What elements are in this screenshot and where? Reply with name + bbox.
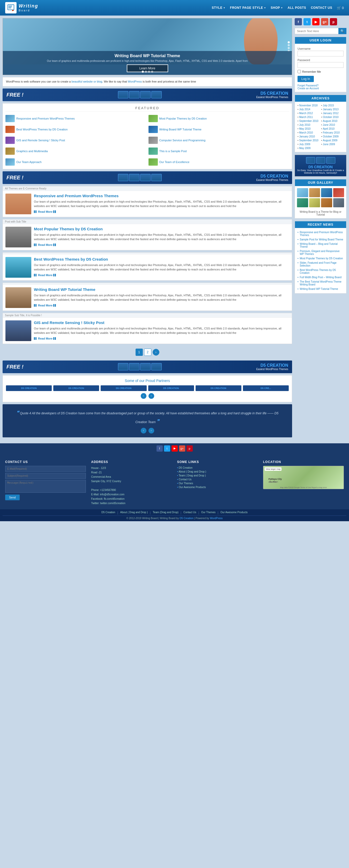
gallery-thumb-3[interactable] — [321, 188, 332, 197]
nav-contact-us[interactable]: CONTACT US — [311, 6, 332, 9]
hero-dot-1[interactable] — [288, 41, 290, 43]
footer-twitter-icon[interactable]: t — [164, 445, 170, 452]
footer-message-input[interactable] — [5, 480, 86, 493]
archive-link-17[interactable]: January 2010 — [299, 135, 315, 138]
read-more-btn-3[interactable]: Read More — [34, 274, 289, 277]
partner-logo-6[interactable]: D5 CRE... — [243, 385, 289, 391]
footer-nav-link-3[interactable]: Team (Drag and Drop) — [153, 511, 178, 515]
post-title-link-1[interactable]: Responsive and Premium WordPress Themes — [34, 193, 119, 198]
archive-link-16[interactable]: February 2010 — [323, 131, 340, 134]
pagination-next-btn[interactable]: › — [153, 349, 159, 355]
ad-banner-1[interactable]: FREE ! D5 CREATION Easiest WordPress The… — [3, 89, 292, 101]
gallery-thumb-6[interactable] — [309, 198, 320, 207]
footer-send-button[interactable]: Send — [5, 495, 20, 500]
slider-dot-1[interactable] — [142, 71, 144, 73]
partner-logo-1[interactable]: D5 CREATION — [6, 385, 52, 391]
featured-link-10[interactable]: Our Team of Excellence — [159, 160, 190, 163]
wp-link-1[interactable]: beautiful website or blog — [72, 80, 102, 83]
featured-link-2[interactable]: Most Popular Themes by D5 Creation — [159, 117, 207, 120]
post-title-1[interactable]: Responsive and Premium WordPress Themes — [34, 193, 289, 198]
partner-logo-4[interactable]: D5 CREATION — [148, 385, 194, 391]
featured-link-4[interactable]: Writing Board WP Tutorial Theme — [159, 128, 201, 131]
featured-link-7[interactable]: Graphics and Multimedia — [16, 150, 48, 153]
news-link-4[interactable]: Premium, Elegant and Responsive WP Theme… — [300, 250, 344, 255]
nav-all-posts[interactable]: ALL POSTS — [288, 6, 306, 9]
post-title-5[interactable]: GIS and Remote Sensing ! Sticky Post — [34, 320, 289, 325]
nav-front-page-style[interactable]: FRONT PAGE STYLE ▼ — [230, 6, 266, 9]
footer-pinterest-icon[interactable]: p — [187, 445, 193, 452]
post-title-link-5[interactable]: GIS and Remote Sensing ! Sticky Post — [34, 320, 104, 325]
news-link-10[interactable]: Writing Board WP Tutorial Theme — [300, 287, 338, 290]
news-link-6[interactable]: Slider, Featured and Front Page Selectio… — [300, 261, 344, 267]
read-more-btn-5[interactable]: Read More — [34, 337, 289, 340]
archive-link-12[interactable]: June 2010 — [323, 123, 335, 126]
ad-banner-2[interactable]: FREE ! D5 CREATION Easiest WordPress The… — [3, 171, 292, 184]
footer-subject-input[interactable] — [5, 473, 86, 479]
twitter-icon[interactable]: t — [304, 18, 311, 25]
cart-icon[interactable]: 🛒 0 — [337, 6, 344, 10]
footer-map[interactable]: View larger map Pattaya City เมืองพัทยา … — [263, 466, 344, 489]
partners-next-btn[interactable]: › — [149, 393, 154, 399]
footer-nav-link-1[interactable]: D5 Creation — [101, 511, 115, 515]
slider-dot-4[interactable] — [151, 71, 153, 73]
post-title-link-3[interactable]: Best WordPress Themes by D5 Creation — [34, 257, 108, 261]
footer-link-4[interactable]: Contact Us — [177, 477, 258, 482]
footer-wp-link[interactable]: WordPress — [210, 517, 222, 520]
page-btn-1[interactable]: 1 — [135, 349, 143, 356]
footer-nav-link-6[interactable]: Our Awesome Products — [220, 511, 248, 515]
read-more-btn-2[interactable]: Read More — [34, 243, 289, 246]
footer-nav-link-5[interactable]: Our Themes — [201, 511, 216, 515]
featured-link-3[interactable]: Best WordPress Themes by D5 Creation — [16, 128, 67, 131]
username-input[interactable] — [297, 51, 344, 56]
footer-google-plus-icon[interactable]: g+ — [179, 445, 185, 452]
archive-link-2[interactable]: July 2015 — [323, 104, 334, 107]
nav-style[interactable]: STYLE ▼ — [212, 6, 226, 9]
quote-next-btn[interactable]: › — [149, 428, 154, 433]
footer-nav-link-4[interactable]: Contact Us — [183, 511, 196, 515]
gallery-thumb-4[interactable] — [333, 188, 344, 197]
archive-link-18[interactable]: October 2009 — [323, 135, 339, 138]
archive-link-21[interactable]: July 2009 — [299, 143, 311, 146]
partner-logo-2[interactable]: D5 CREATION — [53, 385, 99, 391]
login-button[interactable]: Log In — [297, 76, 314, 82]
archive-link-19[interactable]: September 2010 — [299, 139, 318, 142]
footer-link-3[interactable]: Team ( Drag and Drop ) — [177, 474, 258, 477]
featured-link-1[interactable]: Responsive and Premium WordPress Themes — [16, 117, 75, 120]
archive-link-7[interactable]: March 2011 — [299, 116, 313, 119]
footer-link-1[interactable]: D5 Creation — [177, 466, 258, 470]
site-logo[interactable]: Writing Board — [5, 2, 38, 13]
footer-nav-link-2[interactable]: About ( Drag and Drop ) — [120, 511, 148, 515]
footer-facebook-icon[interactable]: f — [157, 445, 163, 452]
forgot-password-link[interactable]: Forget Password? — [297, 84, 344, 87]
page-btn-2[interactable]: 2 — [144, 349, 151, 356]
footer-link-6[interactable]: Our Awesome Products — [177, 485, 258, 489]
news-link-2[interactable]: Sample Post for Writing Board Theme — [300, 238, 343, 241]
quote-prev-btn[interactable]: ‹ — [141, 428, 147, 433]
news-link-7[interactable]: Best WordPress Themes by D5 Creation — [300, 269, 344, 274]
post-title-2[interactable]: Most Popular Themes by D5 Creation — [34, 227, 289, 231]
pinterest-icon[interactable]: p — [330, 18, 337, 25]
archive-link-6[interactable]: January 2012 — [323, 112, 339, 115]
partner-logo-3[interactable]: D5 CREATION — [101, 385, 147, 391]
hero-dot-3[interactable] — [288, 47, 290, 49]
archive-link-14[interactable]: April 2010 — [323, 127, 335, 130]
archive-link-23[interactable]: May 2009 — [299, 147, 311, 150]
news-link-3[interactable]: Writing Board – Blog and Tutorial Theme — [300, 243, 344, 248]
partners-prev-btn[interactable]: ‹ — [141, 393, 147, 399]
wp-link-2[interactable]: WordPress — [128, 80, 142, 83]
slider-dot-2[interactable] — [145, 71, 147, 73]
post-title-3[interactable]: Best WordPress Themes by D5 Creation — [34, 257, 289, 261]
archive-link-3[interactable]: July 2014 — [299, 108, 311, 111]
footer-d5-link[interactable]: D5 Creation — [180, 517, 193, 520]
read-more-btn-4[interactable]: Read More — [34, 304, 289, 307]
hero-dot-2[interactable] — [288, 44, 290, 46]
archive-link-9[interactable]: September 2010 — [299, 120, 318, 122]
nav-shop[interactable]: SHOP ▼ — [271, 6, 283, 9]
facebook-icon[interactable]: f — [295, 18, 302, 25]
archive-link-15[interactable]: March 2010 — [299, 131, 313, 134]
password-input[interactable] — [297, 62, 344, 68]
post-title-link-4[interactable]: Writing Board WP Tutorial Theme — [34, 287, 95, 292]
archive-link-20[interactable]: August 2009 — [323, 139, 337, 142]
archive-link-4[interactable]: January 2013 — [323, 108, 339, 111]
featured-link-9[interactable]: Our Team Approach — [16, 160, 42, 163]
